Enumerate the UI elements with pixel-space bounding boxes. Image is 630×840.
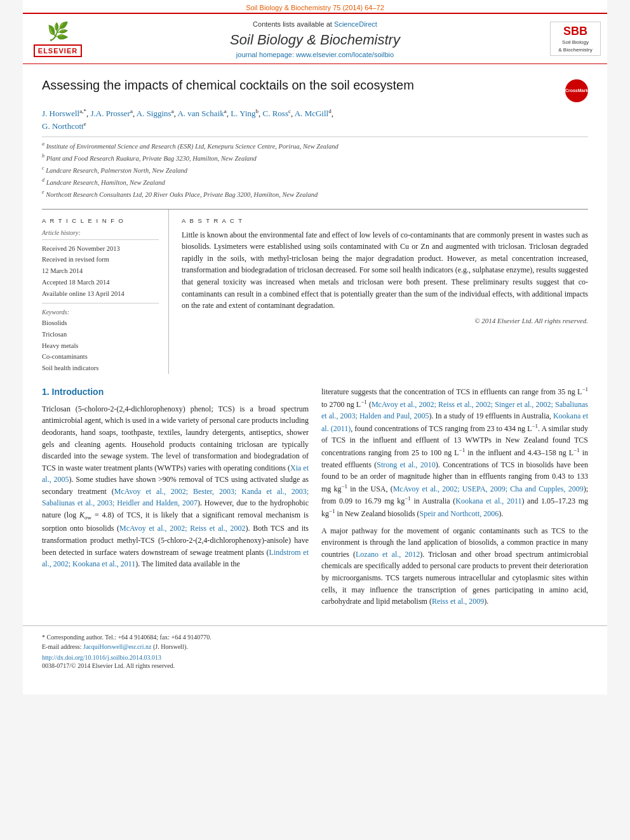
keyword-biosolids: Biosolids bbox=[42, 317, 159, 329]
elsevier-logo: ELSEVIER bbox=[34, 44, 82, 57]
cite-usa[interactable]: McAvoy et al., 2002; USEPA, 2009; Cha an… bbox=[393, 484, 584, 493]
intro-para-1: Triclosan (5-choloro-2-(2,4-dichlorophen… bbox=[42, 403, 309, 570]
cite-mcavoy1[interactable]: McAvoy et al., 2002; Bester, 2003; Kanda… bbox=[42, 487, 309, 508]
article-title: Assessing the impacts of chemical cockta… bbox=[42, 77, 559, 93]
cite-lozano[interactable]: Lozano et al., 2012 bbox=[356, 550, 420, 559]
crossmark-label: CrossMark bbox=[565, 88, 588, 93]
cite-reiss[interactable]: Reiss et al., 2009 bbox=[432, 597, 484, 606]
keyword-heavy-metals: Heavy metals bbox=[42, 340, 159, 352]
abstract-column: A B S T R A C T Little is known about th… bbox=[182, 210, 588, 374]
cite-strong[interactable]: Strong et al., 2010 bbox=[377, 460, 436, 469]
crossmark-badge[interactable]: CrossMark bbox=[565, 79, 588, 102]
affiliation-b: b Plant and Food Research Ruakura, Priva… bbox=[42, 152, 588, 163]
article-dates: Received 26 November 2013 Received in re… bbox=[42, 239, 159, 303]
history-label: Article history: bbox=[42, 229, 159, 236]
accepted-date: Accepted 18 March 2014 bbox=[42, 277, 159, 288]
journal-header-center: Contents lists available at ScienceDirec… bbox=[86, 19, 544, 58]
intro-para-2: literature suggests that the concentrati… bbox=[321, 385, 588, 520]
article-info-label: A R T I C L E I N F O bbox=[42, 217, 159, 224]
affiliations: a Institute of Environmental Science and… bbox=[42, 137, 588, 200]
affiliation-a: a Institute of Environmental Science and… bbox=[42, 140, 588, 151]
journal-citation: Soil Biology & Biochemistry 75 (2014) 64… bbox=[246, 4, 384, 11]
contents-available-text: Contents lists available at ScienceDirec… bbox=[86, 19, 544, 29]
affiliation-e: e Northcott Research Consultants Ltd, 20… bbox=[42, 189, 588, 199]
article-info-column: A R T I C L E I N F O Article history: R… bbox=[42, 210, 169, 374]
abstract-label: A B S T R A C T bbox=[182, 217, 588, 224]
authors-line: J. Horswella,*, J.A. Prossera, A. Siggin… bbox=[42, 107, 588, 133]
journal-homepage: journal homepage: www.elsevier.com/locat… bbox=[86, 51, 544, 58]
two-col-section: A R T I C L E I N F O Article history: R… bbox=[42, 209, 588, 374]
homepage-url[interactable]: www.elsevier.com/locate/soilbio bbox=[296, 51, 394, 58]
affiliation-d: d Landcare Research, Hamilton, New Zeala… bbox=[42, 177, 588, 187]
author-horswell[interactable]: J. Horswell bbox=[42, 109, 79, 118]
author-prosser[interactable]: J.A. Prosser bbox=[90, 109, 130, 118]
author-northcott[interactable]: G. Northcott bbox=[42, 121, 84, 131]
cite-nz[interactable]: Speir and Northcott, 2006 bbox=[420, 509, 499, 518]
article-footer: * Corresponding author. Tel.: +64 4 9140… bbox=[23, 625, 607, 669]
contents-label: Contents lists available at bbox=[253, 20, 332, 28]
author-vanshaik[interactable]: A. van Schaik bbox=[177, 109, 224, 118]
introduction-heading: 1. Introduction bbox=[42, 385, 309, 399]
doi-link[interactable]: http://dx.doi.org/10.1016/j.soilbio.2014… bbox=[42, 654, 588, 661]
main-content: Assessing the impacts of chemical cockta… bbox=[23, 64, 607, 613]
cite-mcavoy2[interactable]: McAvoy et al., 2002; Reiss et al., 2002 bbox=[119, 524, 245, 533]
logo-subtitle: Soil Biology& Biochemistry bbox=[558, 39, 592, 53]
crossmark-icon[interactable]: CrossMark bbox=[565, 79, 588, 102]
intro-para-3: A major pathway for the movement of orga… bbox=[321, 525, 588, 608]
keyword-soil-health: Soil health indicators bbox=[42, 363, 159, 374]
journal-header-right: SBB Soil Biology& Biochemistry bbox=[544, 22, 601, 57]
keyword-triclosan: Triclosan bbox=[42, 329, 159, 340]
page: Soil Biology & Biochemistry 75 (2014) 64… bbox=[23, 0, 607, 695]
affiliation-c: c Landcare Research, Palmerston North, N… bbox=[42, 164, 588, 175]
logo-letters: SBB bbox=[553, 24, 598, 39]
author-mcgill[interactable]: A. McGill bbox=[295, 109, 328, 118]
article-title-section: Assessing the impacts of chemical cockta… bbox=[42, 77, 588, 102]
footnote-email: E-mail address: JacquiHorswell@esr.cri.n… bbox=[42, 642, 588, 651]
homepage-label: journal homepage: bbox=[236, 51, 294, 58]
footnote-corresponding: * Corresponding author. Tel.: +64 4 9140… bbox=[42, 632, 588, 642]
journal-header-left: 🌿 ELSEVIER bbox=[29, 21, 86, 57]
available-date: Available online 13 April 2014 bbox=[42, 288, 159, 300]
keyword-co-contaminants: Co-contaminants bbox=[42, 351, 159, 363]
received-date: Received 26 November 2013 bbox=[42, 243, 159, 255]
keywords-label: Keywords: bbox=[42, 309, 159, 316]
body-content: 1. Introduction Triclosan (5-choloro-2-(… bbox=[42, 385, 588, 613]
sciencedirect-link[interactable]: ScienceDirect bbox=[334, 20, 377, 28]
issn-line: 0038-0717/© 2014 Elsevier Ltd. All right… bbox=[42, 662, 588, 669]
journal-top-bar: Soil Biology & Biochemistry 75 (2014) 64… bbox=[23, 0, 607, 13]
journal-logo-box: SBB Soil Biology& Biochemistry bbox=[550, 22, 601, 57]
body-right-col: literature suggests that the concentrati… bbox=[321, 385, 588, 613]
abstract-text: Little is known about the environmental … bbox=[182, 229, 588, 312]
cite-lindstrom[interactable]: Lindstrom et al., 2002; Kookana et al., … bbox=[42, 548, 309, 569]
copyright-line: © 2014 Elsevier Ltd. All rights reserved… bbox=[182, 317, 588, 324]
author-ying[interactable]: L. Ying bbox=[231, 109, 255, 118]
cite-xia[interactable]: Xia et al., 2005 bbox=[42, 463, 309, 484]
author-siggins[interactable]: A. Siggins bbox=[137, 109, 171, 118]
journal-title: Soil Biology & Biochemistry bbox=[86, 32, 544, 48]
body-left-col: 1. Introduction Triclosan (5-choloro-2-(… bbox=[42, 385, 309, 613]
keywords-list: Biosolids Triclosan Heavy metals Co-cont… bbox=[42, 317, 159, 374]
cite-australia[interactable]: Kookana et al., 2011 bbox=[455, 497, 521, 505]
journal-header: 🌿 ELSEVIER Contents lists available at S… bbox=[23, 13, 607, 64]
revised-date: Received in revised form12 March 2014 bbox=[42, 254, 159, 277]
nature-icon: 🌿 bbox=[47, 21, 69, 42]
author-ross[interactable]: C. Ross bbox=[263, 109, 288, 118]
email-link[interactable]: JacquiHorswell@esr.cri.nz bbox=[83, 643, 152, 650]
